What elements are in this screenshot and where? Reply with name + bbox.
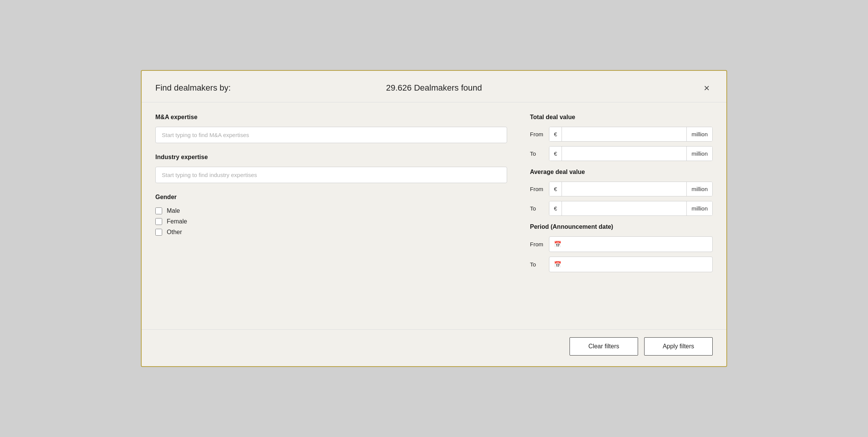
calendar-to-icon: 📅: [554, 261, 562, 268]
period-to-date-input[interactable]: [565, 261, 708, 268]
average-deal-value-section: Average deal value From € million To € m…: [530, 169, 713, 216]
gender-option-male[interactable]: Male: [155, 207, 507, 214]
period-to-input-wrapper[interactable]: 📅: [549, 257, 713, 272]
average-to-currency: €: [549, 201, 562, 215]
total-from-row: From € million: [530, 127, 713, 142]
total-from-currency: €: [549, 127, 562, 141]
gender-label: Gender: [155, 194, 507, 201]
modal-title-left: Find dealmakers by:: [155, 83, 231, 93]
average-to-label: To: [530, 205, 544, 212]
average-to-suffix: million: [686, 201, 712, 215]
average-to-input-wrapper: € million: [549, 201, 713, 216]
gender-section: Gender Male Female Other: [155, 194, 507, 236]
average-to-row: To € million: [530, 201, 713, 216]
calendar-from-icon: 📅: [554, 241, 562, 248]
clear-filters-button[interactable]: Clear filters: [570, 337, 638, 356]
average-deal-value-title: Average deal value: [530, 169, 713, 175]
average-from-input[interactable]: [562, 182, 686, 196]
total-from-input[interactable]: [562, 127, 686, 141]
total-deal-value-title: Total deal value: [530, 114, 713, 121]
average-from-label: From: [530, 186, 544, 192]
apply-filters-button[interactable]: Apply filters: [644, 337, 713, 356]
period-from-input-wrapper[interactable]: 📅: [549, 236, 713, 252]
gender-checkbox-female[interactable]: [155, 218, 162, 225]
total-to-currency: €: [549, 147, 562, 161]
modal-footer: Clear filters Apply filters: [142, 329, 726, 366]
gender-female-label: Female: [167, 218, 187, 225]
period-title: Period (Announcement date): [530, 223, 713, 230]
total-from-suffix: million: [686, 127, 712, 141]
average-to-input[interactable]: [562, 201, 686, 215]
ma-expertise-label: M&A expertise: [155, 114, 507, 121]
modal-header: Find dealmakers by: 29.626 Dealmakers fo…: [142, 71, 726, 102]
gender-option-female[interactable]: Female: [155, 218, 507, 225]
average-from-currency: €: [549, 182, 562, 196]
period-section: Period (Announcement date) From 📅 To 📅: [530, 223, 713, 272]
filter-modal: Find dealmakers by: 29.626 Dealmakers fo…: [141, 70, 727, 367]
total-to-suffix: million: [686, 147, 712, 161]
total-to-row: To € million: [530, 146, 713, 161]
left-panel: M&A expertise Industry expertise Gender …: [155, 114, 507, 322]
industry-expertise-label: Industry expertise: [155, 154, 507, 161]
ma-expertise-input[interactable]: [155, 127, 507, 143]
total-to-input-wrapper: € million: [549, 146, 713, 161]
total-to-input[interactable]: [562, 147, 686, 161]
gender-options: Male Female Other: [155, 207, 507, 236]
gender-option-other[interactable]: Other: [155, 229, 507, 236]
industry-expertise-input[interactable]: [155, 167, 507, 183]
average-from-suffix: million: [686, 182, 712, 196]
gender-other-label: Other: [167, 229, 182, 236]
period-to-label: To: [530, 261, 544, 268]
ma-expertise-section: M&A expertise: [155, 114, 507, 143]
gender-male-label: Male: [167, 207, 180, 214]
period-to-row: To 📅: [530, 257, 713, 272]
average-from-row: From € million: [530, 182, 713, 196]
period-from-label: From: [530, 241, 544, 247]
total-from-input-wrapper: € million: [549, 127, 713, 142]
total-from-label: From: [530, 131, 544, 137]
total-to-label: To: [530, 150, 544, 157]
period-from-row: From 📅: [530, 236, 713, 252]
industry-expertise-section: Industry expertise: [155, 154, 507, 183]
modal-body: M&A expertise Industry expertise Gender …: [142, 102, 726, 329]
gender-checkbox-other[interactable]: [155, 229, 162, 236]
right-panel: Total deal value From € million To € mil…: [530, 114, 713, 322]
close-button[interactable]: ×: [701, 81, 713, 94]
gender-checkbox-male[interactable]: [155, 207, 162, 214]
period-from-date-input[interactable]: [565, 241, 708, 247]
modal-title-center: 29.626 Dealmakers found: [386, 83, 482, 93]
total-deal-value-section: Total deal value From € million To € mil…: [530, 114, 713, 161]
average-from-input-wrapper: € million: [549, 182, 713, 196]
